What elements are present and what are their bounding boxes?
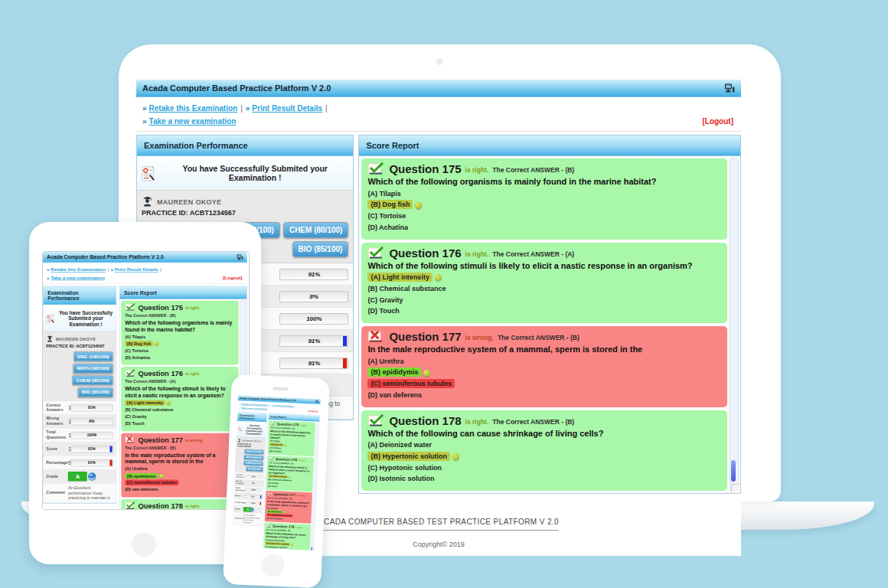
stat-label: Comment — [234, 517, 243, 519]
logout-link[interactable]: [Logout] — [702, 117, 733, 126]
question-block-175: Question 175 is right. The Correct ANSWE… — [361, 158, 727, 240]
question-number: Question 177 — [389, 331, 461, 342]
correct-answer-label: The Correct ANSWER - (A) — [492, 250, 574, 259]
comment-text: An Excellent performance! Keep practicin… — [68, 485, 113, 501]
link-print-result-details[interactable]: Print Result Details — [115, 267, 158, 273]
nav-bar: »Retake this Examination|»Print Result D… — [136, 97, 741, 129]
subject-button-bio[interactable]: BIO (85/100) — [246, 466, 263, 472]
progress-bar: 8% — [70, 418, 113, 425]
home-button[interactable] — [132, 532, 156, 557]
subject-score-buttons: ENG (100/100) MATH (98/100) CHEM (80/100… — [237, 449, 264, 472]
option-label: (A) Urethra — [267, 507, 278, 510]
stat-label: Correct Answers — [236, 473, 245, 478]
page-background: Acada Computer Based Practice Platform V… — [0, 0, 888, 588]
option-label: (B) epididymis — [367, 368, 421, 377]
app-title-bar: Acada Computer Based Practice Platform V… — [136, 80, 741, 97]
progress-bar: 91% — [245, 475, 263, 479]
globe-cell — [71, 473, 113, 479]
scrollbar-thumb[interactable] — [311, 547, 312, 550]
link-take-new-examination[interactable]: Take a new examination — [149, 117, 237, 126]
question-number: Question 176 — [276, 457, 297, 462]
thumbs-up-icon — [155, 341, 159, 346]
question-text: Which of the following can cause shrinka… — [367, 429, 721, 439]
option-label: (C) Tortoise — [269, 446, 281, 449]
subject-button-eng[interactable]: ENG (100/100) — [244, 449, 263, 454]
question-verdict: is right. — [185, 371, 200, 377]
app-title-bar: Acada Computer Based Practice Platform V… — [43, 252, 247, 263]
stat-row-grade: Grade A — [44, 470, 116, 484]
home-button[interactable] — [261, 554, 285, 577]
stat-label: Comment — [46, 491, 68, 495]
stat-row-comment: Comment An Excellent performance! Keep p… — [44, 484, 116, 503]
question-verdict: is right. — [185, 504, 200, 509]
subject-button-math[interactable]: MATH (98/100) — [244, 455, 264, 460]
nav-bar: »Retake this Examination|»Print Result D… — [43, 263, 247, 283]
progress-bar-label: 91% — [280, 358, 348, 368]
thumbs-up-icon — [283, 511, 286, 514]
panels-row: Examination Performance You have Success… — [231, 411, 320, 550]
user-name: MAUREEN OKOYE — [56, 337, 96, 341]
subject-button-eng[interactable]: ENG (100/100) — [73, 351, 113, 361]
answer-option: (B) Dog fish — [125, 341, 234, 347]
examination-performance-header: Examination Performance — [137, 136, 353, 156]
practice-id-line: PRACTICE ID: ACBT1234567 — [142, 209, 348, 217]
subject-button-chem[interactable]: CHEM (80/100) — [243, 460, 263, 466]
question-text: Which of the following organisms is main… — [270, 430, 313, 441]
subject-button-bio[interactable]: BIO (85/100) — [292, 241, 349, 257]
examination-performance-body: You have Successfully Submited your Exam… — [44, 305, 116, 502]
question-number: Question 177 — [138, 436, 182, 443]
correct-icon — [125, 369, 135, 377]
resize-grip-icon[interactable] — [731, 484, 741, 494]
link-take-new-examination[interactable]: Take a new examination — [51, 275, 105, 280]
question-number: Question 175 — [389, 163, 461, 175]
stat-row-correct-answers: Correct Answers 165 91% — [44, 401, 116, 415]
practice-id-value: ACBT1234567 — [237, 445, 251, 448]
progress-bar-label: 91% — [280, 270, 348, 279]
success-message: You have Successfully Submited your Exam… — [243, 423, 265, 436]
question-head: Question 176 is right. The Correct ANSWE… — [367, 246, 721, 259]
option-label: (C) seminiferous tubules — [367, 379, 455, 388]
stat-label: Score — [46, 446, 68, 451]
answer-option: (A) Light intensity — [125, 400, 234, 406]
subject-button-math[interactable]: MATH (98/100) — [73, 364, 113, 374]
stats-table: Correct Answers 165 91% Wrong Answers 15 — [233, 472, 264, 525]
examination-performance-panel: Examination Performance You have Success… — [43, 286, 116, 504]
nav-line-2: »Take a new examination — [142, 114, 735, 127]
question-head: Question 177 is wrong. The Correct ANSWE… — [125, 435, 234, 450]
student-icon — [237, 439, 241, 443]
footer-platform-title: ACADA COMPUTER BASED TEST PRACTICE PLATF… — [318, 518, 559, 531]
practice-id-label: PRACTICE ID: — [142, 209, 188, 217]
bullet-icon: » — [111, 267, 113, 273]
subject-button-chem[interactable]: CHEM (80/100) — [283, 222, 348, 238]
answer-option: (B) Dog fish — [367, 201, 721, 210]
question-text: Which of the following stimuli is likely… — [125, 386, 234, 399]
phone-screen: Acada Computer Based Practice Platform V… — [231, 395, 322, 550]
option-label: (B) Dog fish — [367, 200, 413, 209]
logout-link[interactable]: [Logout] — [309, 410, 318, 413]
link-retake-examination[interactable]: Retake this Examination — [51, 267, 106, 273]
option-label: (D) Touch — [367, 307, 399, 315]
question-head: Question 175 is right. The Correct ANSWE… — [125, 302, 234, 318]
question-block-176: Question 176 is right. The Correct ANSWE… — [121, 367, 238, 431]
success-message-row: You have Successfully Submited your Exam… — [44, 305, 116, 332]
user-info-box: MAUREEN OKOYE PRACTICE ID: ACBT1234567 E… — [44, 332, 116, 401]
scrollbar-track[interactable] — [730, 158, 739, 492]
link-print-result-details[interactable]: Print Result Details — [273, 404, 294, 407]
app-root: Acada Computer Based Practice Platform V… — [231, 395, 321, 550]
option-label: (D) Isotonic solution — [367, 475, 434, 482]
link-print-result-details[interactable]: Print Result Details — [252, 104, 322, 113]
option-label: (D) Achatina — [367, 224, 408, 231]
link-retake-examination[interactable]: Retake this Examination — [149, 104, 238, 113]
stat-label: Total Questions — [46, 430, 68, 439]
subject-button-bio[interactable]: BIO (85/100) — [78, 387, 113, 397]
scrollbar-thumb[interactable] — [731, 460, 736, 482]
progress-bar: 100% — [279, 313, 348, 325]
option-label: (C) Hypotonic solution — [367, 464, 442, 472]
logout-link[interactable]: [Logout] — [223, 275, 242, 280]
question-verdict: is right. — [465, 166, 489, 175]
subject-button-chem[interactable]: CHEM (80/100) — [73, 375, 113, 385]
computer-icon — [724, 83, 735, 93]
option-label: (B) Chemical substance — [125, 407, 173, 412]
link-take-new-examination[interactable]: Take a new examination — [241, 407, 267, 410]
thumbs-up-icon — [166, 401, 171, 406]
